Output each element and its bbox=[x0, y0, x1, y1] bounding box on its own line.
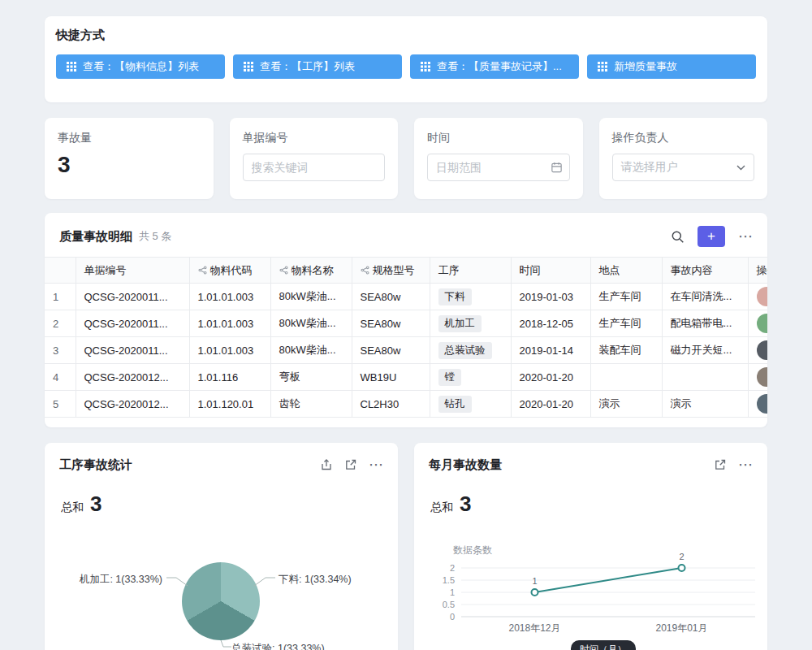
process-tag: 总装试验 bbox=[438, 342, 492, 359]
cell-spec-model: CL2H30 bbox=[352, 391, 430, 418]
cell-content: 配电箱带电... bbox=[662, 310, 748, 337]
cell-operator bbox=[748, 310, 767, 337]
avatar bbox=[757, 340, 768, 360]
cell-doc-number: QCSG-2020011... bbox=[76, 310, 189, 337]
cell-process: 钻孔 bbox=[430, 391, 511, 418]
cell-place: 生产车间 bbox=[590, 284, 662, 310]
svg-text:1: 1 bbox=[450, 587, 455, 597]
table-row[interactable]: 4QCSG-2020012...1.01.116弯板WB19U镗2020-01-… bbox=[45, 364, 767, 391]
line-chart-title: 每月事故数量 bbox=[429, 457, 502, 473]
cell-material-code: 1.01.116 bbox=[189, 364, 270, 391]
date-range-input[interactable] bbox=[427, 154, 570, 181]
cell-spec-model: WB19U bbox=[352, 364, 430, 391]
svg-text:2: 2 bbox=[679, 552, 684, 561]
shortcut-button-label: 查看：【工序】列表 bbox=[260, 59, 355, 74]
cell-content: 磁力开关短... bbox=[662, 337, 748, 364]
column-header[interactable]: 工序 bbox=[430, 258, 511, 284]
stat-value: 3 bbox=[58, 152, 201, 178]
process-tag: 机加工 bbox=[438, 315, 482, 332]
cell-place: 生产车间 bbox=[590, 310, 662, 337]
cell-place: 装配车间 bbox=[590, 337, 662, 364]
operator-select-placeholder: 请选择用户 bbox=[621, 160, 678, 175]
add-record-button[interactable]: + bbox=[698, 226, 725, 247]
table-row[interactable]: 1QCSG-2020011...1.01.01.00380kW柴油...SEA8… bbox=[45, 284, 767, 310]
filter-card-time: 时间 bbox=[414, 118, 583, 199]
column-header[interactable]: 单据编号 bbox=[76, 258, 189, 284]
grid-icon bbox=[244, 62, 253, 72]
shortcuts-card: 快捷方式 查看：【物料信息】列表查看：【工序】列表查看：【质量事故记录】...新… bbox=[45, 16, 767, 102]
cell-content: 在车间清洗... bbox=[662, 284, 748, 310]
table-title: 质量事故明细 bbox=[59, 229, 132, 245]
avatar bbox=[757, 394, 768, 414]
line-more-button[interactable]: ⋯ bbox=[738, 456, 753, 474]
cell-date: 2019-01-14 bbox=[511, 337, 590, 364]
operator-select[interactable]: 请选择用户 bbox=[612, 154, 755, 181]
grid-icon bbox=[598, 62, 607, 72]
search-button[interactable] bbox=[671, 230, 685, 244]
external-link-icon bbox=[344, 458, 357, 471]
cell-date: 2020-01-20 bbox=[511, 364, 590, 391]
filter-label-operator: 操作负责人 bbox=[612, 131, 755, 145]
chevron-down-icon bbox=[736, 165, 745, 171]
open-fullscreen-button[interactable] bbox=[344, 458, 357, 471]
shortcut-button-1[interactable]: 查看：【物料信息】列表 bbox=[56, 54, 225, 79]
cell-process: 总装试验 bbox=[430, 337, 511, 364]
column-header[interactable]: 物料名称 bbox=[270, 258, 352, 284]
cell-doc-number: QCSG-2020012... bbox=[76, 391, 189, 418]
svg-text:2: 2 bbox=[450, 563, 455, 573]
doc-number-search-input[interactable] bbox=[243, 154, 386, 181]
search-icon bbox=[671, 230, 685, 244]
linked-field-icon bbox=[198, 266, 207, 275]
pie-label-assembly-test: 总装试验: 1(33.33%) bbox=[231, 642, 325, 650]
cell-material-name: 弯板 bbox=[270, 364, 352, 391]
table-row[interactable]: 5QCSG-2020012...1.01.120.01齿轮CL2H30钻孔202… bbox=[45, 391, 767, 418]
table-row[interactable]: 2QCSG-2020011...1.01.01.00380kW柴油...SEA8… bbox=[45, 310, 767, 337]
calendar-icon[interactable] bbox=[551, 162, 563, 174]
column-header[interactable]: 物料代码 bbox=[189, 258, 270, 284]
table-more-button[interactable]: ⋯ bbox=[738, 228, 753, 245]
shortcut-button-3[interactable]: 查看：【质量事故记录】... bbox=[410, 54, 579, 79]
column-header[interactable]: 事故内容 bbox=[662, 258, 748, 284]
shortcuts-title: 快捷方式 bbox=[56, 28, 756, 43]
svg-text:1.5: 1.5 bbox=[443, 575, 455, 585]
svg-text:0: 0 bbox=[450, 612, 455, 622]
cell-process: 镗 bbox=[430, 364, 511, 391]
pie-total-label: 总和 bbox=[61, 500, 84, 515]
pie-chart-title: 工序事故统计 bbox=[59, 457, 132, 473]
column-header[interactable]: 规格型号 bbox=[352, 258, 430, 284]
cell-spec-model: SEA80w bbox=[352, 337, 430, 364]
export-button[interactable] bbox=[320, 458, 333, 471]
open-fullscreen-button[interactable] bbox=[714, 458, 727, 471]
column-header[interactable]: 操作负责人 bbox=[748, 258, 767, 284]
cell-process: 机加工 bbox=[430, 310, 511, 337]
line-chart: 00.511.52122018年12月2019年01月 bbox=[414, 539, 767, 640]
filter-label-doc-number: 单据编号 bbox=[243, 131, 386, 145]
table-row[interactable]: 3QCSG-2020011...1.01.01.00380kW柴油...SEA8… bbox=[45, 337, 767, 364]
cell-operator bbox=[748, 337, 767, 364]
cell-material-code: 1.01.01.003 bbox=[189, 310, 270, 337]
cell-row-number: 1 bbox=[45, 284, 76, 310]
cell-material-code: 1.01.120.01 bbox=[189, 391, 270, 418]
cell-content bbox=[662, 364, 748, 391]
shortcut-button-4[interactable]: 新增质量事故 bbox=[587, 54, 756, 79]
cell-doc-number: QCSG-2020011... bbox=[76, 284, 189, 310]
column-header[interactable]: 时间 bbox=[511, 258, 590, 284]
svg-text:1: 1 bbox=[532, 576, 537, 586]
shortcut-button-label: 新增质量事故 bbox=[614, 59, 677, 74]
pie-more-button[interactable]: ⋯ bbox=[369, 456, 383, 474]
grid-icon bbox=[67, 62, 76, 72]
linked-field-icon bbox=[279, 266, 288, 275]
cell-row-number: 4 bbox=[45, 364, 76, 391]
cell-date: 2020-01-20 bbox=[511, 391, 590, 418]
cell-operator bbox=[748, 284, 767, 310]
shortcut-buttons: 查看：【物料信息】列表查看：【工序】列表查看：【质量事故记录】...新增质量事故 bbox=[56, 54, 756, 79]
row-number-header bbox=[45, 258, 76, 284]
cell-spec-model: SEA80w bbox=[352, 284, 430, 310]
shortcut-button-label: 查看：【质量事故记录】... bbox=[437, 59, 562, 74]
shortcut-button-2[interactable]: 查看：【工序】列表 bbox=[233, 54, 402, 79]
avatar bbox=[757, 287, 768, 306]
cell-process: 下料 bbox=[430, 284, 511, 310]
column-header[interactable]: 地点 bbox=[590, 258, 662, 284]
linked-field-icon bbox=[361, 266, 369, 275]
cell-content: 演示 bbox=[662, 391, 748, 418]
